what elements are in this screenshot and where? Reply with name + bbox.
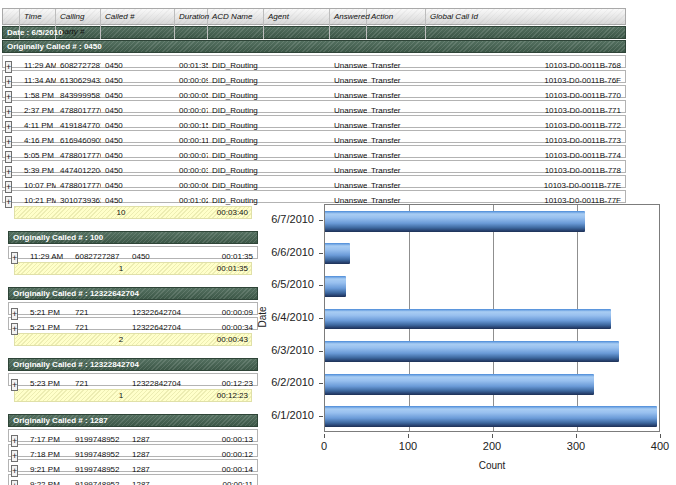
cell: 5:23 PM	[26, 378, 71, 389]
cell: DID_Routing	[208, 180, 264, 191]
cell: 0450	[128, 251, 200, 262]
cell: 10103-D0-0011B-768	[426, 60, 625, 71]
column-header-duration[interactable]: Duration	[175, 9, 208, 39]
chart-bar	[325, 211, 585, 232]
cell: 5:05 PM	[20, 150, 56, 161]
x-tick-mark	[492, 434, 493, 438]
table-row[interactable]: +9:22 PM9199748952128700:00:11	[8, 474, 258, 485]
table-row[interactable]: +11:34 AM6130629432045000:00:09DID_Routi…	[2, 70, 626, 83]
cell: Unanswered	[330, 180, 367, 191]
table-row[interactable]: +11:29 AM6082727287045000:01:35DID_Routi…	[2, 55, 626, 68]
chart-bar	[325, 243, 350, 264]
table-row[interactable]: +11:29 AM6082727287045000:01:35	[8, 246, 258, 259]
x-tick-mark	[324, 434, 325, 438]
cell: 00:00:11	[200, 479, 257, 485]
cell: 00:00:03	[175, 165, 208, 176]
column-header-global-call-id[interactable]: Global Call Id	[426, 9, 625, 39]
cell: 00:01:35	[200, 251, 257, 262]
cell: 0450	[101, 150, 175, 161]
cell: Transfer	[367, 105, 426, 116]
cell: Transfer	[367, 180, 426, 191]
group-summary-row: 10 00:03:40	[14, 206, 252, 219]
cell: 11:29 AM	[20, 60, 56, 71]
cell: 4474012204	[56, 165, 101, 176]
cell: DID_Routing	[208, 120, 264, 131]
cell: Transfer	[367, 150, 426, 161]
expand-row-button[interactable]: +	[11, 252, 18, 264]
table-row[interactable]: +5:21 PM7211232264270400:00:09	[8, 302, 258, 315]
cell: 00:00:34	[200, 322, 257, 333]
column-header-acd-name[interactable]: ACD Name	[208, 9, 264, 39]
table-row[interactable]: +5:21 PM7211232264270400:00:34	[8, 317, 258, 330]
cell: 5:21 PM	[26, 322, 71, 333]
cell: 2:37 PM	[20, 105, 56, 116]
table-row[interactable]: +2:37 PM4788017770045000:00:07DID_Routin…	[2, 100, 626, 113]
chart-plot-area	[324, 204, 660, 432]
cell: 0450	[101, 60, 175, 71]
column-header-called-[interactable]: Called #	[101, 9, 175, 39]
y-tick-label: 6/1/2010	[252, 409, 314, 421]
cell: Transfer	[367, 90, 426, 101]
cell: DID_Routing	[208, 150, 264, 161]
cell: Transfer	[367, 120, 426, 131]
table-row[interactable]: +10:07 PM4788017770045000:00:06DID_Routi…	[2, 175, 626, 188]
chart-x-axis-title: Count	[479, 460, 506, 471]
table-row[interactable]: +1:58 PM8439999581045000:00:05DID_Routin…	[2, 85, 626, 98]
column-header-agent[interactable]: Agent	[264, 9, 330, 39]
group-header-0450: Originally Called # : 0450	[2, 40, 626, 53]
expand-row-button[interactable]: +	[11, 379, 18, 391]
table-row[interactable]: +7:18 PM9199748952128700:00:12	[8, 444, 258, 457]
cell: 10103-D0-0011B-778	[426, 165, 625, 176]
cell: Unanswered	[330, 135, 367, 146]
y-tick-label: 6/4/2010	[252, 311, 314, 323]
expand-cell: +	[9, 374, 26, 392]
cell: 0450	[101, 195, 175, 206]
cell: 6082727287	[56, 60, 101, 71]
expand-row-button[interactable]: +	[11, 323, 18, 335]
y-tick-mark	[319, 383, 323, 384]
cell: 0450	[101, 180, 175, 191]
column-header-answered[interactable]: Answered	[330, 9, 367, 39]
table-row[interactable]: +9:21 PM9199748952128700:00:14	[8, 459, 258, 472]
group-header: Originally Called # : 12322842704	[8, 358, 258, 371]
table-row[interactable]: +5:05 PM4788017770045000:00:07DID_Routin…	[2, 145, 626, 158]
cell: 00:00:05	[175, 90, 208, 101]
table-row[interactable]: +5:23 PM7211232284270400:12:23	[8, 373, 258, 386]
expand-row-button[interactable]: +	[5, 196, 12, 208]
cell: 721	[71, 322, 128, 333]
cell: 12322642704	[128, 322, 200, 333]
cell: 9:21 PM	[26, 464, 71, 475]
table-row[interactable]: +4:11 PM4191847701045000:00:15DID_Routin…	[2, 115, 626, 128]
cell: 7:17 PM	[26, 434, 71, 445]
cell: 0450	[101, 135, 175, 146]
table-row[interactable]: +5:39 PM4474012204045000:00:03DID_Routin…	[2, 160, 626, 173]
y-tick-mark	[319, 285, 323, 286]
summary-total-duration: 00:01:35	[142, 264, 251, 273]
cell: 10103-D0-0011B-771	[426, 105, 625, 116]
cell: 00:00:15	[175, 120, 208, 131]
expand-cell: +	[3, 191, 20, 209]
cell: 5:21 PM	[26, 307, 71, 318]
x-tick-label: 300	[567, 440, 585, 452]
summary-total-duration: 00:12:23	[142, 391, 251, 400]
table-row[interactable]: +7:17 PM9199748952128700:00:13	[8, 429, 258, 442]
cell: 0450	[101, 105, 175, 116]
x-tick-mark	[408, 434, 409, 438]
group-section: Originally Called # : 12322642704+5:21 P…	[8, 287, 258, 346]
expand-cell: +	[9, 475, 26, 485]
table-row[interactable]: +4:16 PM6169460905045000:00:11DID_Routin…	[2, 130, 626, 143]
cell: DID_Routing	[208, 60, 264, 71]
expand-row-button[interactable]: +	[11, 480, 18, 485]
column-header-action[interactable]: Action	[367, 9, 426, 39]
cell: Unanswered	[330, 60, 367, 71]
cell: 6082727287	[71, 251, 128, 262]
chart-bar	[325, 406, 657, 427]
cell: 00:00:12	[200, 449, 257, 460]
cell: 12322842704	[128, 378, 200, 389]
y-tick-mark	[319, 351, 323, 352]
cell: Unanswered	[330, 165, 367, 176]
chart-bar	[325, 374, 594, 395]
cell: 00:00:09	[200, 307, 257, 318]
cell: 10103-D0-0011B-774	[426, 150, 625, 161]
group-header: Originally Called # : 1287	[8, 414, 258, 427]
